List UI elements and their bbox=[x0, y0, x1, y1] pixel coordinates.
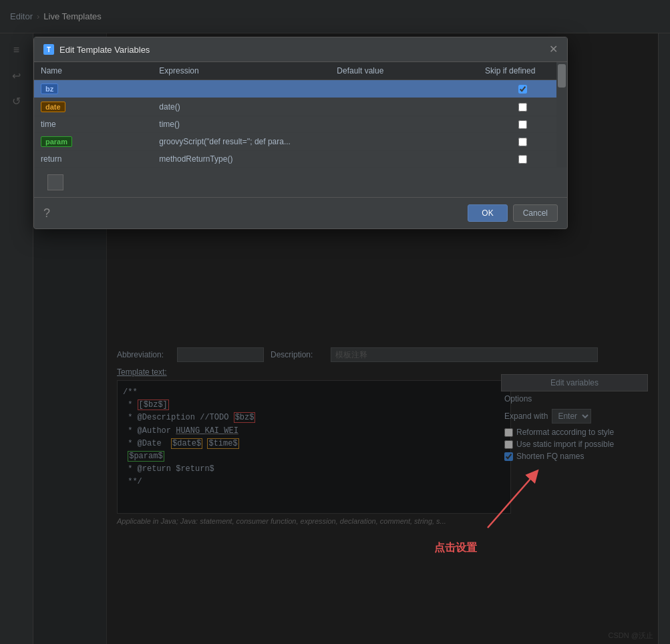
table-row-date[interactable]: date date() bbox=[34, 98, 567, 116]
ok-button[interactable]: OK bbox=[468, 204, 507, 222]
col-default-value: Default value bbox=[330, 62, 478, 80]
cell-skip-param[interactable] bbox=[478, 133, 567, 151]
col-skip-if-defined: Skip if defined bbox=[478, 62, 567, 80]
dialog-footer: ? OK Cancel bbox=[34, 197, 567, 228]
cell-name-return: return bbox=[34, 151, 152, 168]
cell-skip-date[interactable] bbox=[478, 98, 567, 116]
add-variable-button[interactable] bbox=[47, 174, 63, 190]
name-tag-param: param bbox=[41, 136, 72, 147]
table-scrollbar[interactable] bbox=[556, 62, 567, 168]
cell-expr-time[interactable]: time() bbox=[152, 116, 330, 133]
col-name: Name bbox=[34, 62, 152, 80]
dialog-footer-buttons: OK Cancel bbox=[468, 204, 558, 222]
edit-template-variables-dialog: T Edit Template Variables ✕ Name Express… bbox=[33, 37, 568, 229]
col-expression: Expression bbox=[152, 62, 330, 80]
cell-name-param: param bbox=[34, 133, 152, 151]
cell-skip-return[interactable] bbox=[478, 151, 567, 168]
cell-default-bz[interactable] bbox=[330, 80, 478, 98]
name-tag-date: date bbox=[41, 102, 65, 112]
help-icon[interactable]: ? bbox=[43, 206, 50, 220]
variables-table: Name Expression Default value Skip if de… bbox=[34, 62, 567, 168]
cell-expr-bz[interactable] bbox=[152, 80, 330, 98]
dialog-table-wrapper: Name Expression Default value Skip if de… bbox=[34, 62, 567, 168]
dialog-close-button[interactable]: ✕ bbox=[549, 44, 558, 55]
dialog-icon: T bbox=[43, 44, 54, 55]
cell-expr-date[interactable]: date() bbox=[152, 98, 330, 116]
cell-name-date: date bbox=[34, 98, 152, 116]
cell-name-bz: bz bbox=[34, 80, 152, 98]
cell-name-time: time bbox=[34, 116, 152, 133]
cell-expr-param[interactable]: groovyScript("def result=''; def para... bbox=[152, 133, 330, 151]
skip-checkbox-return[interactable] bbox=[518, 155, 527, 164]
dialog-title-text: Edit Template Variables bbox=[59, 45, 150, 55]
table-row-bz[interactable]: bz bbox=[34, 80, 567, 98]
cell-default-param[interactable] bbox=[330, 133, 478, 151]
cell-skip-time[interactable] bbox=[478, 116, 567, 133]
cancel-button[interactable]: Cancel bbox=[513, 204, 558, 222]
table-row-return[interactable]: return methodReturnType() bbox=[34, 151, 567, 168]
cell-skip-bz[interactable] bbox=[478, 80, 567, 98]
skip-checkbox-param[interactable] bbox=[518, 138, 527, 146]
skip-checkbox-time[interactable] bbox=[518, 120, 527, 129]
dialog-titlebar: T Edit Template Variables ✕ bbox=[34, 37, 567, 62]
cell-default-date[interactable] bbox=[330, 98, 478, 116]
table-row-time[interactable]: time time() bbox=[34, 116, 567, 133]
name-tag-bz: bz bbox=[41, 84, 58, 94]
cell-default-time[interactable] bbox=[330, 116, 478, 133]
table-scroll-thumb[interactable] bbox=[558, 64, 566, 88]
table-row-param[interactable]: param groovyScript("def result=''; def p… bbox=[34, 133, 567, 151]
cell-expr-return[interactable]: methodReturnType() bbox=[152, 151, 330, 168]
dialog-title-left: T Edit Template Variables bbox=[43, 44, 150, 55]
dialog-table-area: Name Expression Default value Skip if de… bbox=[34, 62, 567, 168]
skip-checkbox-date[interactable] bbox=[518, 103, 527, 112]
cell-default-return[interactable] bbox=[330, 151, 478, 168]
skip-checkbox-bz[interactable] bbox=[518, 85, 527, 94]
add-row-area bbox=[34, 168, 567, 197]
